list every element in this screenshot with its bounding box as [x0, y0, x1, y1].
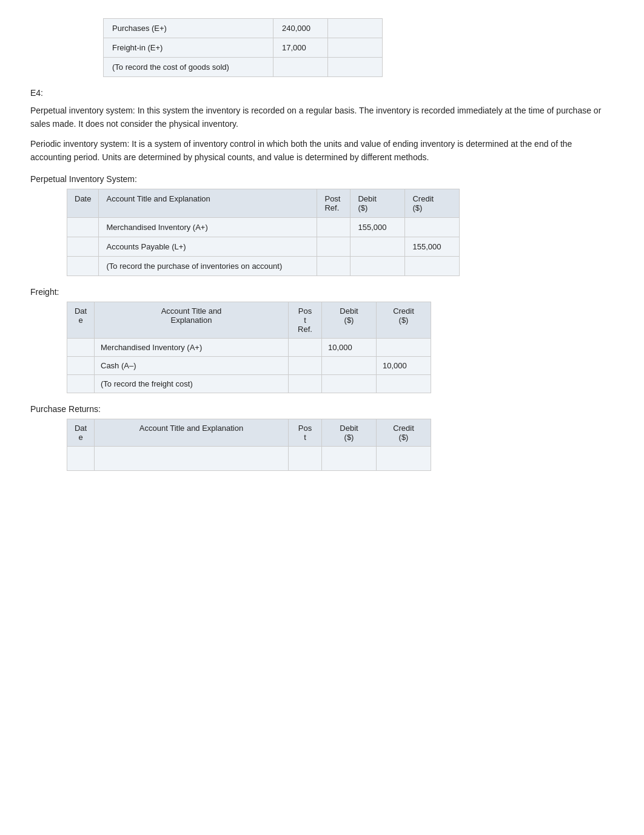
purchase-returns-journal-table: Date Account Title and Explanation Post … — [67, 419, 431, 471]
credit-cell — [405, 256, 460, 276]
perpetual-title: Perpetual Inventory System: — [30, 174, 614, 184]
account-cell: (To record the purchase of inventories o… — [99, 256, 317, 276]
table-header-row: Date Account Title and Explanation Post … — [67, 419, 431, 446]
paragraph-periodic: Periodic inventory system: It is a syste… — [30, 137, 614, 164]
date-cell — [67, 256, 99, 276]
pos-ref-cell — [289, 356, 322, 374]
debit-cell: 240,000 — [273, 19, 328, 38]
date-cell — [67, 446, 95, 470]
credit-cell — [405, 217, 460, 237]
debit-cell — [322, 356, 377, 374]
header-date: Date — [67, 189, 99, 217]
credit-cell — [377, 446, 431, 470]
account-cell — [95, 446, 289, 470]
credit-cell: 155,000 — [405, 237, 460, 256]
account-cell: Purchases (E+) — [104, 19, 273, 38]
credit-cell — [328, 38, 383, 58]
purchase-returns-label: Purchase Returns: — [30, 404, 614, 414]
top-journal-table: Purchases (E+) 240,000 Freight-in (E+) 1… — [103, 18, 383, 77]
debit-cell — [322, 446, 377, 470]
pos-ref-cell — [317, 256, 351, 276]
debit-cell — [351, 256, 405, 276]
table-header-row: Date Account Title andExplanation PostRe… — [67, 302, 431, 338]
date-cell — [67, 338, 95, 356]
debit-cell: 17,000 — [273, 38, 328, 58]
table-row: Merchandised Inventory (A+) 10,000 — [67, 338, 431, 356]
table-row: (To record the cost of goods sold) — [104, 58, 383, 77]
account-cell: Cash (A–) — [95, 356, 289, 374]
account-cell: Merchandised Inventory (A+) — [95, 338, 289, 356]
header-debit: Debit($) — [351, 189, 405, 217]
table-row: (To record the purchase of inventories o… — [67, 256, 460, 276]
debit-cell — [273, 58, 328, 77]
header-pos-ref: Post — [289, 419, 322, 446]
account-cell: Freight-in (E+) — [104, 38, 273, 58]
pos-ref-cell — [317, 217, 351, 237]
account-cell: Merchandised Inventory (A+) — [99, 217, 317, 237]
credit-cell: 10,000 — [377, 356, 431, 374]
table-row: Cash (A–) 10,000 — [67, 356, 431, 374]
credit-cell — [377, 374, 431, 393]
header-account: Account Title andExplanation — [95, 302, 289, 338]
debit-cell: 155,000 — [351, 217, 405, 237]
header-date: Date — [67, 302, 95, 338]
header-date: Date — [67, 419, 95, 446]
table-header-row: Date Account Title and Explanation PostR… — [67, 189, 460, 217]
table-row: Merchandised Inventory (A+) 155,000 — [67, 217, 460, 237]
table-row: Accounts Payable (L+) 155,000 — [67, 237, 460, 256]
pos-ref-cell — [317, 237, 351, 256]
credit-cell — [377, 338, 431, 356]
date-cell — [67, 217, 99, 237]
account-cell: (To record the freight cost) — [95, 374, 289, 393]
date-cell — [67, 356, 95, 374]
pos-ref-cell — [289, 338, 322, 356]
header-pos-ref: PostRef. — [289, 302, 322, 338]
header-credit: Credit($) — [405, 189, 460, 217]
debit-cell: 10,000 — [322, 338, 377, 356]
header-debit: Debit($) — [322, 302, 377, 338]
table-row — [67, 446, 431, 470]
e4-label: E4: — [30, 88, 614, 98]
header-credit: Credit($) — [377, 302, 431, 338]
table-row: Freight-in (E+) 17,000 — [104, 38, 383, 58]
freight-label: Freight: — [30, 287, 614, 297]
credit-cell — [328, 19, 383, 38]
main-journal-table: Date Account Title and Explanation PostR… — [67, 189, 460, 276]
date-cell — [67, 237, 99, 256]
table-row: Purchases (E+) 240,000 — [104, 19, 383, 38]
header-pos-ref: PostRef. — [317, 189, 351, 217]
debit-cell — [351, 237, 405, 256]
credit-cell — [328, 58, 383, 77]
header-account: Account Title and Explanation — [95, 419, 289, 446]
table-row: (To record the freight cost) — [67, 374, 431, 393]
account-cell: (To record the cost of goods sold) — [104, 58, 273, 77]
pos-ref-cell — [289, 446, 322, 470]
header-debit: Debit($) — [322, 419, 377, 446]
date-cell — [67, 374, 95, 393]
header-account: Account Title and Explanation — [99, 189, 317, 217]
pos-ref-cell — [289, 374, 322, 393]
paragraph-perpetual: Perpetual inventory system: In this syst… — [30, 104, 614, 131]
freight-journal-table: Date Account Title andExplanation PostRe… — [67, 302, 431, 393]
account-cell: Accounts Payable (L+) — [99, 237, 317, 256]
header-credit: Credit($) — [377, 419, 431, 446]
debit-cell — [322, 374, 377, 393]
